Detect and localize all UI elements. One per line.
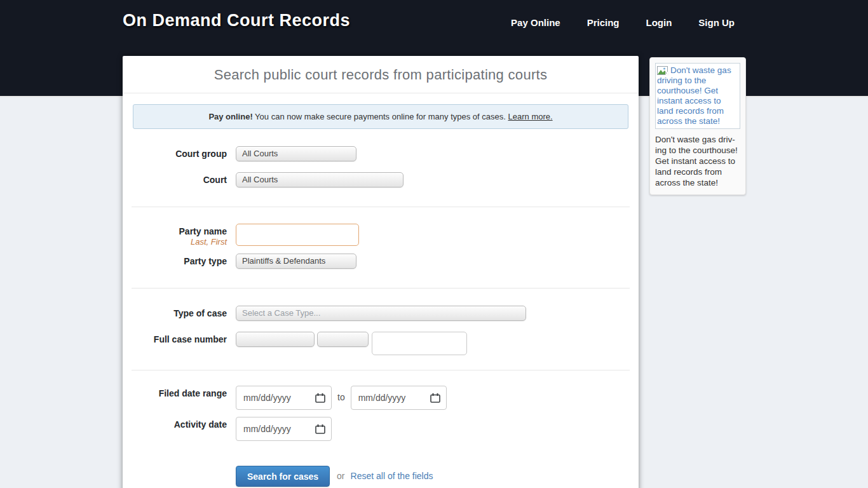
date-placeholder: mm/dd/yyyy: [243, 393, 291, 403]
court-group-row: Court group All Courts: [123, 146, 639, 161]
calendar-icon[interactable]: [315, 393, 325, 403]
filed-date-label: Filed date range: [123, 386, 236, 398]
pay-online-banner: Pay online! You can now make secure paym…: [133, 104, 628, 129]
party-name-row: Party name Last, First: [123, 224, 639, 247]
case-number-label: Full case number: [123, 332, 236, 344]
site-logo[interactable]: On Demand Court Records: [123, 11, 350, 30]
court-select[interactable]: All Courts: [236, 172, 403, 187]
top-nav: Pay Online Pricing Login Sign Up: [511, 17, 735, 28]
party-type-label: Party type: [123, 254, 236, 266]
banner-bold-text: Pay online!: [208, 112, 252, 121]
case-number-part3-input[interactable]: [372, 332, 467, 355]
filed-date-to-input[interactable]: mm/dd/yyyy: [351, 386, 447, 410]
case-type-label: Type of case: [123, 306, 236, 318]
section-divider: [132, 370, 630, 371]
or-separator: or: [337, 466, 344, 481]
nav-pay-online[interactable]: Pay Online: [511, 17, 560, 28]
land-records-ad-card: Don't waste gas driving to the courthous…: [649, 57, 746, 195]
ad-broken-image-link[interactable]: Don't waste gas driving to the courthous…: [655, 63, 740, 129]
party-type-select[interactable]: Plaintiffs & Defendants: [236, 254, 356, 269]
calendar-icon[interactable]: [315, 424, 325, 434]
page-title: Search public court records from partici…: [123, 56, 639, 93]
court-label: Court: [123, 172, 236, 185]
reset-fields-link[interactable]: Reset all of the fields: [351, 466, 433, 481]
activity-date-row: Activity date mm/dd/yyyy: [123, 417, 639, 441]
calendar-icon[interactable]: [430, 393, 440, 403]
activity-date-input[interactable]: mm/dd/yyyy: [236, 417, 332, 441]
activity-date-label: Activity date: [123, 417, 236, 430]
case-number-row: Full case number: [123, 332, 639, 355]
search-button[interactable]: Search for cases: [236, 466, 330, 487]
case-type-row: Type of case Select a Case Type...: [123, 306, 639, 321]
banner-text: You can now make secure payments online …: [253, 112, 508, 121]
court-group-select[interactable]: All Courts: [236, 146, 356, 161]
nav-sign-up[interactable]: Sign Up: [698, 17, 735, 28]
party-type-row: Party type Plaintiffs & Defendants: [123, 254, 639, 269]
section-divider: [132, 288, 630, 289]
section-divider: [132, 207, 630, 208]
court-row: Court All Courts: [123, 172, 639, 187]
party-name-input[interactable]: [236, 224, 359, 246]
case-number-part1-select[interactable]: [236, 332, 315, 347]
nav-login[interactable]: Login: [646, 17, 672, 28]
date-range-separator: to: [337, 386, 345, 402]
court-group-label: Court group: [123, 146, 236, 159]
filed-date-from-input[interactable]: mm/dd/yyyy: [236, 386, 332, 410]
search-panel: Search public court records from partici…: [123, 56, 639, 488]
filed-date-row: Filed date range mm/dd/yyyy to mm/dd/yyy…: [123, 386, 639, 410]
learn-more-link[interactable]: Learn more.: [508, 112, 553, 121]
case-number-part2-select[interactable]: [317, 332, 369, 347]
broken-image-icon: [657, 66, 669, 76]
party-name-hint: Last, First: [123, 237, 227, 247]
case-type-select[interactable]: Select a Case Type...: [236, 306, 526, 321]
nav-pricing[interactable]: Pricing: [587, 17, 620, 28]
party-name-label: Party name: [179, 226, 227, 236]
date-placeholder: mm/dd/yyyy: [358, 393, 406, 403]
ad-caption: Don't waste gas driv­ing to the courthou…: [655, 134, 740, 188]
actions-row: Search for cases or Reset all of the fie…: [123, 466, 639, 487]
date-placeholder: mm/dd/yyyy: [243, 424, 291, 434]
